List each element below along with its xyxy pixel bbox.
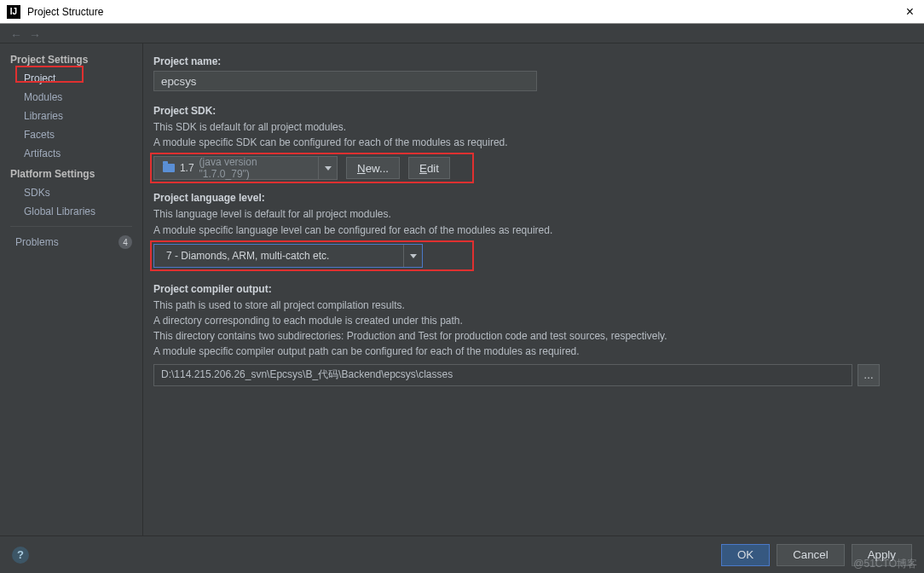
titlebar: IJ Project Structure × <box>0 0 924 24</box>
dialog-footer: ? OK Cancel Apply <box>0 535 924 573</box>
lang-desc-2: A module specific language level can be … <box>153 223 910 237</box>
language-level-value: 7 - Diamonds, ARM, multi-catch etc. <box>166 250 329 262</box>
project-name-input[interactable] <box>153 71 537 91</box>
out-desc-4: A module specific compiler output path c… <box>153 344 910 358</box>
sidebar-item-artifacts[interactable]: Artifacts <box>0 144 142 163</box>
app-icon: IJ <box>7 5 20 19</box>
language-level-label: Project language level: <box>153 192 910 204</box>
chevron-down-icon <box>403 245 422 267</box>
compiler-output-row: D:\114.215.206.26_svn\Epcsys\B_代码\Backen… <box>153 364 910 386</box>
sdk-version: (java version "1.7.0_79") <box>199 156 310 180</box>
sidebar-group-project-settings: Project Settings <box>0 49 142 69</box>
sdk-desc-2: A module specific SDK can be configured … <box>153 136 910 149</box>
problems-count-badge: 4 <box>118 235 132 249</box>
out-desc-3: This directory contains two subdirectori… <box>153 329 910 343</box>
project-sdk-label: Project SDK: <box>153 105 910 117</box>
compiler-output-value: D:\114.215.206.26_svn\Epcsys\B_代码\Backen… <box>161 368 453 382</box>
sidebar-group-platform-settings: Platform Settings <box>0 163 142 183</box>
sidebar-item-facets[interactable]: Facets <box>0 125 142 144</box>
ok-button[interactable]: OK <box>721 544 770 566</box>
close-icon[interactable]: × <box>903 4 917 20</box>
sidebar-item-problems[interactable]: Problems 4 <box>0 232 142 252</box>
svg-marker-1 <box>410 254 417 258</box>
compiler-output-path[interactable]: D:\114.215.206.26_svn\Epcsys\B_代码\Backen… <box>153 364 852 386</box>
out-desc-1: This path is used to store all project c… <box>153 298 910 312</box>
language-level-select[interactable]: 7 - Diamonds, ARM, multi-catch etc. <box>153 244 423 268</box>
dialog-body: Project Settings Project Modules Librari… <box>0 43 924 535</box>
sdk-edit-button[interactable]: Edit <box>408 157 450 179</box>
sidebar-problems-label: Problems <box>15 236 59 248</box>
dialog-frame: ← → Project Settings Project Modules Lib… <box>0 24 924 573</box>
help-icon[interactable]: ? <box>12 547 29 564</box>
nav-back-icon[interactable]: ← <box>10 28 22 42</box>
nav-forward-icon[interactable]: → <box>29 28 41 42</box>
window-title: Project Structure <box>27 6 903 18</box>
sidebar-item-sdks[interactable]: SDKs <box>0 183 142 202</box>
watermark: @51CTO博客 <box>853 557 917 571</box>
sidebar: Project Settings Project Modules Librari… <box>0 43 143 535</box>
sdk-desc-1: This SDK is default for all project modu… <box>153 120 910 134</box>
chevron-down-icon <box>318 157 337 179</box>
svg-marker-0 <box>325 166 332 171</box>
nav-row: ← → <box>0 24 924 43</box>
folder-icon <box>163 164 175 172</box>
sdk-row: 1.7 (java version "1.7.0_79") New... Edi… <box>153 156 450 180</box>
compiler-output-label: Project compiler output: <box>153 283 910 295</box>
sidebar-item-project[interactable]: Project <box>0 69 142 88</box>
sidebar-item-libraries[interactable]: Libraries <box>0 107 142 125</box>
sdk-select[interactable]: 1.7 (java version "1.7.0_79") <box>153 156 338 180</box>
sdk-new-button[interactable]: New... <box>346 157 400 179</box>
out-desc-2: A directory corresponding to each module… <box>153 314 910 327</box>
sidebar-item-modules[interactable]: Modules <box>0 88 142 107</box>
cancel-button[interactable]: Cancel <box>777 544 845 566</box>
sidebar-item-global-libraries[interactable]: Global Libraries <box>0 202 142 221</box>
sdk-name: 1.7 <box>180 162 194 174</box>
sidebar-divider <box>10 226 132 227</box>
content-pane: Project name: Project SDK: This SDK is d… <box>143 43 924 535</box>
browse-output-button[interactable]: … <box>858 364 880 386</box>
lang-desc-1: This language level is default for all p… <box>153 207 910 221</box>
project-name-label: Project name: <box>153 55 910 67</box>
